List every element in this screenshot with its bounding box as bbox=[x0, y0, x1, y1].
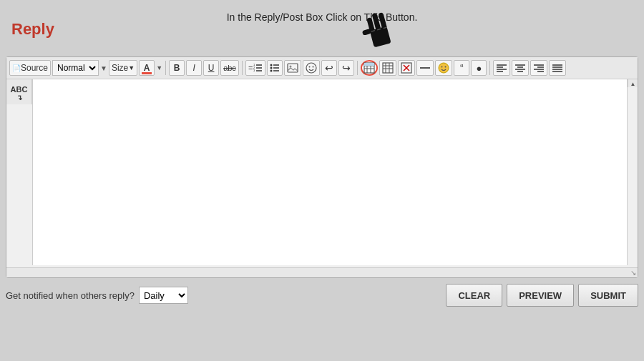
svg-point-42 bbox=[445, 66, 447, 68]
scroll-up-button[interactable]: ▲ bbox=[630, 81, 636, 87]
redo-icon: ↪ bbox=[342, 62, 351, 74]
justify-icon bbox=[552, 62, 563, 74]
page-container: Reply In the Reply/Post Box Click on Thi… bbox=[0, 0, 644, 361]
redo-button[interactable]: ↪ bbox=[338, 60, 354, 76]
ordered-list-button[interactable]: ⁣​= 123 bbox=[245, 60, 265, 76]
table-props-icon bbox=[382, 62, 394, 74]
insert-table-button[interactable] bbox=[361, 60, 378, 76]
separator-3 bbox=[357, 61, 358, 75]
svg-point-41 bbox=[441, 66, 443, 68]
image-button[interactable] bbox=[284, 60, 301, 76]
editor-container: 📄 Source Normal ▼ Size ▼ A ▼ B bbox=[6, 56, 638, 278]
undo-icon: ↩ bbox=[325, 62, 333, 74]
svg-point-15 bbox=[270, 67, 273, 69]
align-left-icon bbox=[496, 62, 507, 74]
align-left-button[interactable] bbox=[493, 60, 510, 76]
action-buttons: CLEAR PREVIEW SUBMIT bbox=[446, 284, 638, 307]
size-button[interactable]: Size ▼ bbox=[109, 60, 137, 76]
font-color-icon: A bbox=[144, 63, 150, 73]
emoji-button[interactable] bbox=[435, 60, 452, 76]
separator-4 bbox=[489, 61, 490, 75]
svg-rect-30 bbox=[364, 63, 374, 66]
svg-point-23 bbox=[309, 66, 311, 68]
quote-icon: “ bbox=[460, 62, 464, 74]
editor-textarea[interactable] bbox=[32, 79, 628, 265]
svg-point-22 bbox=[306, 63, 316, 73]
smiley-icon bbox=[306, 62, 317, 74]
separator-2 bbox=[242, 61, 243, 75]
emoji-icon bbox=[438, 62, 449, 74]
table-props-button[interactable] bbox=[379, 60, 396, 76]
editor-textarea-wrapper bbox=[32, 79, 628, 267]
spellcheck-icon[interactable]: ABC ↴ bbox=[8, 82, 31, 104]
justify-button[interactable] bbox=[549, 60, 566, 76]
hr-icon bbox=[419, 62, 431, 74]
align-right-icon bbox=[533, 62, 545, 74]
quote-button[interactable]: “ bbox=[454, 60, 469, 76]
editor-scrollbar[interactable]: ▲ bbox=[628, 79, 638, 87]
bold-button[interactable]: B bbox=[169, 60, 185, 76]
align-right-button[interactable] bbox=[530, 60, 547, 76]
delete-table-button[interactable] bbox=[398, 60, 415, 76]
align-center-icon bbox=[514, 62, 526, 74]
source-button[interactable]: 📄 Source bbox=[9, 60, 51, 76]
editor-body: ABC ↴ ▲ bbox=[6, 79, 638, 267]
undo-button[interactable]: ↩ bbox=[321, 60, 337, 76]
unordered-list-button[interactable] bbox=[267, 60, 283, 76]
notify-label: Get notified when others reply? bbox=[6, 290, 135, 301]
delete-table-icon bbox=[401, 62, 412, 74]
svg-rect-20 bbox=[288, 64, 298, 72]
reply-label: Reply bbox=[11, 20, 54, 39]
submit-button[interactable]: SUBMIT bbox=[578, 284, 638, 307]
bookmark-icon: ● bbox=[476, 63, 482, 74]
svg-point-21 bbox=[290, 66, 292, 68]
instruction-bar: Reply In the Reply/Post Box Click on Thi… bbox=[6, 6, 638, 52]
align-center-button[interactable] bbox=[512, 60, 529, 76]
notify-select[interactable]: Daily Weekly Never bbox=[139, 287, 188, 304]
editor-toolbar: 📄 Source Normal ▼ Size ▼ A ▼ B bbox=[6, 57, 638, 79]
ol-icon: 123 bbox=[253, 63, 263, 73]
svg-point-24 bbox=[313, 66, 314, 68]
preview-button[interactable]: PREVIEW bbox=[507, 284, 574, 307]
underline-button[interactable]: U bbox=[203, 60, 219, 76]
editor-bottom-bar: ↘ bbox=[6, 267, 638, 277]
smiley-button[interactable] bbox=[303, 60, 320, 76]
bookmark-button[interactable]: ● bbox=[471, 60, 487, 76]
strikethrough-button[interactable]: abc bbox=[220, 60, 239, 76]
table-icon bbox=[364, 62, 375, 74]
resize-handle[interactable]: ↘ bbox=[630, 269, 636, 277]
ul-icon bbox=[270, 63, 280, 73]
source-icon: 📄 bbox=[12, 64, 21, 72]
svg-point-40 bbox=[439, 63, 449, 73]
separator-1 bbox=[165, 61, 166, 75]
page-footer: Get notified when others reply? Daily We… bbox=[6, 284, 638, 307]
font-color-dropdown-icon[interactable]: ▼ bbox=[156, 64, 162, 71]
clear-button[interactable]: CLEAR bbox=[446, 284, 502, 307]
svg-point-16 bbox=[270, 70, 273, 72]
format-dropdown-icon[interactable]: ▼ bbox=[100, 64, 107, 72]
svg-text:3: 3 bbox=[253, 69, 255, 72]
hand-pointer-icon bbox=[356, 6, 406, 56]
font-color-button[interactable]: A bbox=[139, 60, 155, 76]
italic-button[interactable]: I bbox=[186, 60, 202, 76]
svg-point-14 bbox=[270, 64, 273, 66]
svg-rect-31 bbox=[383, 63, 393, 73]
format-select[interactable]: Normal bbox=[52, 60, 99, 76]
hr-button[interactable] bbox=[416, 60, 434, 76]
notify-row: Get notified when others reply? Daily We… bbox=[6, 287, 188, 304]
image-icon bbox=[287, 62, 298, 74]
